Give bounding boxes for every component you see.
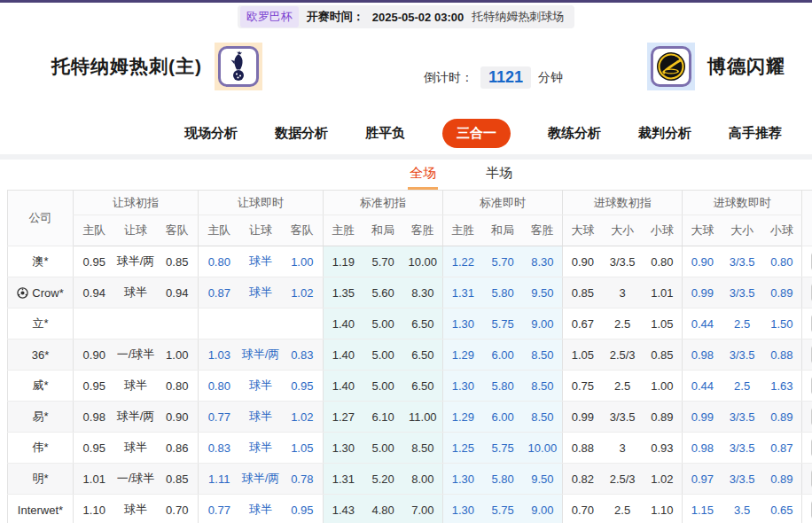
odds-cell[interactable]: 5.20	[363, 464, 403, 495]
odds-cell[interactable]: 0.95	[282, 495, 324, 523]
odds-cell[interactable]: 9.50	[523, 464, 563, 495]
odds-cell[interactable]: 5.60	[363, 277, 403, 308]
odds-cell[interactable]: 0.88	[563, 433, 603, 464]
odds-cell[interactable]	[74, 308, 115, 340]
odds-cell[interactable]: 1.25	[443, 433, 483, 464]
odds-cell[interactable]: 1.43	[324, 495, 363, 523]
odds-cell[interactable]: 0.89	[762, 402, 802, 433]
odds-cell[interactable]: 球半	[240, 495, 282, 523]
odds-cell[interactable]: 6.50	[403, 340, 443, 371]
odds-cell[interactable]: 2.5	[603, 308, 643, 340]
odds-cell[interactable]: 6.10	[363, 402, 403, 433]
odds-cell[interactable]: 1.00	[157, 340, 199, 371]
odds-cell[interactable]: 0.80	[199, 246, 240, 277]
odds-cell[interactable]: 0.85	[157, 246, 199, 277]
odds-cell[interactable]: 球半	[115, 371, 157, 402]
company-cell[interactable]: 伟*	[8, 433, 74, 464]
odds-cell[interactable]: 2.5	[722, 371, 762, 402]
odds-cell[interactable]: 7.00	[403, 495, 443, 523]
odds-cell[interactable]: 1.30	[443, 371, 483, 402]
odds-cell[interactable]	[157, 308, 199, 340]
odds-cell[interactable]: 8.50	[523, 402, 563, 433]
odds-cell[interactable]	[115, 308, 157, 340]
odds-cell[interactable]: 0.70	[157, 495, 199, 523]
odds-cell[interactable]: 1.05	[643, 308, 683, 340]
nav-tab[interactable]: 裁判分析	[638, 125, 691, 142]
odds-cell[interactable]: 0.78	[282, 464, 324, 495]
odds-cell[interactable]: 1.02	[282, 402, 324, 433]
nav-tab[interactable]: 三合一	[442, 119, 511, 148]
odds-cell[interactable]: 0.70	[563, 495, 603, 523]
odds-cell[interactable]: 0.94	[74, 277, 115, 308]
odds-cell[interactable]: 5.70	[363, 246, 403, 277]
odds-cell[interactable]: 1.11	[199, 464, 240, 495]
odds-cell[interactable]: 5.80	[483, 464, 523, 495]
odds-cell[interactable]: 1.05	[282, 433, 324, 464]
odds-cell[interactable]: 0.85	[157, 464, 199, 495]
company-cell[interactable]: Crow*	[8, 277, 74, 308]
odds-cell[interactable]: 1.30	[443, 495, 483, 523]
odds-cell[interactable]: 0.75	[563, 371, 603, 402]
odds-cell[interactable]: 2.5/3	[603, 340, 643, 371]
odds-cell[interactable]: 球半	[240, 402, 282, 433]
odds-cell[interactable]: 0.82	[563, 464, 603, 495]
company-cell[interactable]: 威*	[8, 371, 74, 402]
odds-cell[interactable]: 1.29	[443, 340, 483, 371]
odds-cell[interactable]: 6.50	[403, 371, 443, 402]
odds-cell[interactable]: 1.22	[443, 246, 483, 277]
odds-cell[interactable]: 0.87	[199, 277, 240, 308]
odds-cell[interactable]: 一/球半	[115, 340, 157, 371]
odds-cell[interactable]: 9.00	[523, 308, 563, 340]
odds-cell[interactable]: 0.90	[74, 340, 115, 371]
odds-cell[interactable]: 5.00	[363, 433, 403, 464]
odds-cell[interactable]: 0.93	[643, 433, 683, 464]
odds-cell[interactable]: 球半	[240, 277, 282, 308]
odds-cell[interactable]: 0.89	[762, 464, 802, 495]
odds-cell[interactable]: 9.00	[523, 495, 563, 523]
odds-cell[interactable]: 0.80	[199, 371, 240, 402]
odds-cell[interactable]: 2.5/3	[603, 464, 643, 495]
odds-cell[interactable]: 0.89	[643, 402, 683, 433]
odds-cell[interactable]: 1.00	[282, 246, 324, 277]
odds-cell[interactable]: 8.50	[403, 433, 443, 464]
odds-cell[interactable]: 0.83	[282, 340, 324, 371]
odds-cell[interactable]: 5.75	[483, 308, 523, 340]
nav-tab[interactable]: 胜平负	[365, 125, 405, 142]
odds-cell[interactable]: 2.5	[722, 308, 762, 340]
odds-cell[interactable]: 1.15	[683, 495, 722, 523]
company-cell[interactable]: 36*	[8, 340, 74, 371]
odds-cell[interactable]: 1.00	[643, 371, 683, 402]
company-cell[interactable]: Interwet*	[8, 495, 74, 523]
nav-tab[interactable]: 高手推荐	[729, 125, 782, 142]
odds-cell[interactable]: 3/3.5	[722, 246, 762, 277]
odds-cell[interactable]: 1.31	[324, 464, 363, 495]
odds-cell[interactable]: 0.77	[199, 402, 240, 433]
odds-cell[interactable]: 10.00	[523, 433, 563, 464]
odds-cell[interactable]: 0.99	[683, 277, 722, 308]
odds-cell[interactable]: 球半	[240, 246, 282, 277]
odds-cell[interactable]: 8.00	[403, 464, 443, 495]
odds-cell[interactable]: 球半	[115, 433, 157, 464]
odds-cell[interactable]: 1.63	[762, 371, 802, 402]
odds-cell[interactable]: 0.95	[282, 371, 324, 402]
odds-cell[interactable]: 0.80	[762, 246, 802, 277]
odds-cell[interactable]: 11.00	[403, 402, 443, 433]
odds-cell[interactable]: 0.90	[683, 246, 722, 277]
odds-cell[interactable]: 0.80	[643, 246, 683, 277]
odds-cell[interactable]: 0.44	[683, 371, 722, 402]
odds-cell[interactable]: 3/3.5	[722, 340, 762, 371]
odds-cell[interactable]: 2.5	[603, 495, 643, 523]
odds-cell[interactable]: 9.50	[523, 277, 563, 308]
odds-cell[interactable]	[199, 308, 240, 340]
odds-cell[interactable]: 1.40	[324, 308, 363, 340]
odds-cell[interactable]: 8.30	[403, 277, 443, 308]
odds-cell[interactable]: 1.02	[282, 277, 324, 308]
odds-cell[interactable]: 1.19	[324, 246, 363, 277]
subtab[interactable]: 全场	[408, 165, 438, 190]
odds-cell[interactable]: 0.99	[563, 402, 603, 433]
odds-cell[interactable]: 5.00	[363, 371, 403, 402]
odds-cell[interactable]: 3/3.5	[722, 277, 762, 308]
odds-cell[interactable]: 1.10	[643, 495, 683, 523]
odds-cell[interactable]: 5.70	[483, 246, 523, 277]
odds-cell[interactable]: 3/3.5	[722, 464, 762, 495]
